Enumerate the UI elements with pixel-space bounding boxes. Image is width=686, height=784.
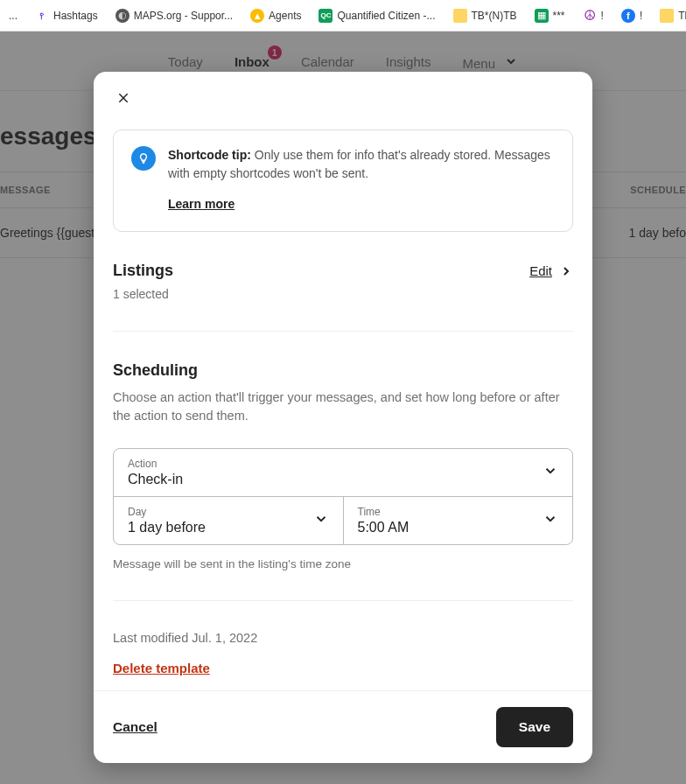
bookmark-item[interactable]: ⫯Hashtags [30,5,103,26]
cancel-button[interactable]: Cancel [113,719,158,735]
scheduling-fields: Action Check-in Day 1 day before Time 5:… [113,448,573,545]
chevron-down-icon [542,463,558,482]
lightbulb-icon [131,146,156,171]
scheduling-section: Scheduling Choose an action that'll trig… [113,361,573,570]
day-value: 1 day before [128,520,329,536]
close-icon [117,92,130,104]
bookmark-icon: QC [318,9,332,23]
chevron-down-icon [313,511,329,530]
learn-more-link[interactable]: Learn more [168,195,555,214]
scheduling-title: Scheduling [113,361,573,380]
day-select[interactable]: Day 1 day before [114,497,344,544]
bookmarks-bar: ... ⫯Hashtags ◐MAPS.org - Suppor... ▲Age… [0,0,686,32]
bookmark-label: *** [553,10,565,22]
bookmark-icon: ▲ [250,9,264,23]
edit-listings-link[interactable]: Edit [529,263,573,278]
bookmark-item[interactable]: The D [654,5,686,26]
tip-label: Shortcode tip: [168,148,251,162]
listings-selected-count: 1 selected [113,287,573,301]
bookmark-item[interactable]: TB*(N)TB [448,5,522,26]
listings-section: Listings Edit 1 selected [113,262,573,301]
chevron-right-icon [559,264,573,278]
peace-icon: ☮ [583,9,597,23]
shortcode-tip: Shortcode tip: Only use them for info th… [113,130,573,232]
save-button[interactable]: Save [496,707,573,747]
bookmark-label: ! [601,10,604,22]
edit-label: Edit [529,263,552,278]
action-select[interactable]: Action Check-in [114,449,572,496]
timezone-hint: Message will be sent in the listing's ti… [113,557,573,570]
bookmark-label: The D [678,10,686,22]
day-label: Day [128,506,329,518]
bookmark-label: MAPS.org - Suppor... [134,10,233,22]
bookmark-item[interactable]: ◐MAPS.org - Suppor... [110,5,238,26]
chevron-down-icon [542,511,558,530]
scheduling-description: Choose an action that'll trigger your me… [113,388,573,425]
modal: Shortcode tip: Only use them for info th… [94,72,592,763]
bookmark-item[interactable]: ... [4,6,23,25]
folder-icon [453,9,467,23]
bookmark-label: Quantified Citizen -... [337,10,435,22]
modal-footer: Cancel Save [94,690,592,763]
bookmark-label: ! [640,10,642,22]
bookmark-label: ... [9,10,18,22]
bookmark-item[interactable]: ▲Agents [245,5,306,26]
action-value: Check-in [128,472,558,487]
close-button[interactable] [111,86,136,110]
listings-title: Listings [113,262,173,280]
facebook-icon: f [621,9,635,23]
time-select[interactable]: Time 5:00 AM [344,497,573,544]
time-label: Time [358,506,559,518]
action-label: Action [128,458,558,470]
bookmark-label: TB*(N)TB [472,10,517,22]
time-value: 5:00 AM [358,520,559,536]
delete-template-link[interactable]: Delete template [113,661,210,676]
bookmark-icon: ▦ [535,9,549,23]
modal-overlay[interactable]: Shortcode tip: Only use them for info th… [0,32,686,784]
bookmark-label: Hashtags [53,10,98,22]
tip-text: Shortcode tip: Only use them for info th… [168,146,555,214]
bookmark-item[interactable]: ☮! [578,5,609,26]
modal-body: Shortcode tip: Only use them for info th… [94,110,592,690]
bookmark-item[interactable]: f! [616,5,648,26]
bookmark-item[interactable]: QCQuantified Citizen -... [313,5,440,26]
bookmark-icon: ⫯ [35,9,49,23]
folder-icon [660,9,674,23]
last-modified: Last modified Jul. 1, 2022 [113,631,573,645]
bookmark-icon: ◐ [116,9,130,23]
bookmark-label: Agents [269,10,301,22]
bookmark-item[interactable]: ▦*** [529,5,570,26]
